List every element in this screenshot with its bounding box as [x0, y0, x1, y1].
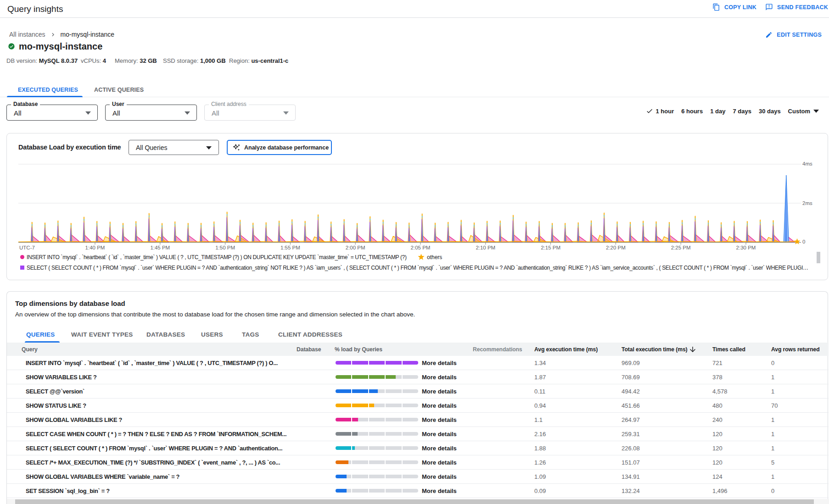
- svg-text:2:05 PM: 2:05 PM: [411, 245, 431, 250]
- svg-text:1:45 PM: 1:45 PM: [150, 245, 170, 250]
- svg-text:2ms: 2ms: [802, 200, 812, 206]
- svg-text:0: 0: [802, 239, 805, 244]
- svg-text:2:10 PM: 2:10 PM: [476, 245, 495, 250]
- svg-text:2:15 PM: 2:15 PM: [541, 245, 560, 250]
- svg-text:2:00 PM: 2:00 PM: [346, 245, 365, 250]
- svg-text:UTC-7: UTC-7: [19, 245, 35, 250]
- svg-text:2:30 PM: 2:30 PM: [736, 245, 756, 250]
- svg-text:2:25 PM: 2:25 PM: [671, 245, 691, 250]
- svg-text:1:55 PM: 1:55 PM: [280, 245, 300, 250]
- svg-text:4ms: 4ms: [802, 161, 812, 166]
- svg-text:1:50 PM: 1:50 PM: [215, 245, 235, 250]
- svg-text:1:40 PM: 1:40 PM: [85, 245, 105, 250]
- svg-text:2:20 PM: 2:20 PM: [606, 245, 626, 250]
